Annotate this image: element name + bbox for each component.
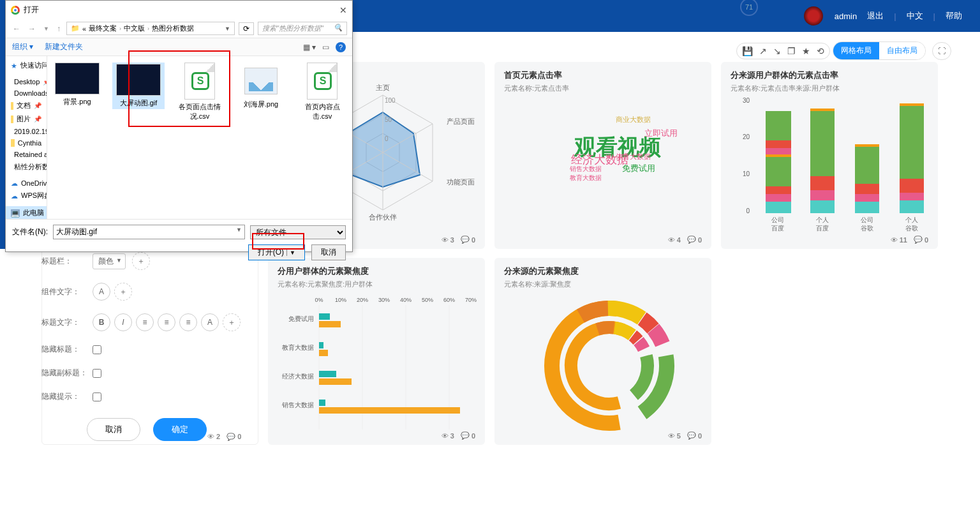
- italic-icon[interactable]: I: [114, 313, 132, 331]
- comments-icon: 💬 0: [687, 236, 702, 244]
- svg-text:经济大数据: 经济大数据: [282, 373, 314, 380]
- ok-button[interactable]: 确定: [153, 418, 207, 441]
- svg-rect-81: [319, 400, 325, 406]
- tree-item[interactable]: Cynthia: [6, 137, 47, 149]
- svg-text:个人: 个人: [905, 216, 918, 223]
- star-icon[interactable]: ★: [802, 46, 810, 56]
- wordcloud-word: 体育大数据: [616, 152, 651, 161]
- stacked-bar-chart: 30 20 10 0 公司百度 个人百度 公司谷歌 个人谷歌: [731, 93, 935, 234]
- breadcrumb[interactable]: 📁« 最终文案› 中文版› 热图分析数据 ▼: [66, 22, 235, 35]
- hide-title-checkbox[interactable]: [93, 345, 101, 354]
- svg-text:60%: 60%: [443, 297, 455, 303]
- folder-tree: ★快速访问Desktop📌Downloads📌文档📌图片📌2019.02.19C…: [6, 56, 47, 219]
- widget-text-label: 组件文字：: [41, 287, 93, 297]
- card-title: 分来源用户群体的元素点击率: [731, 70, 928, 81]
- close-icon[interactable]: ✕: [339, 5, 347, 15]
- svg-rect-79: [319, 371, 336, 377]
- newfolder-button[interactable]: 新建文件夹: [45, 41, 83, 52]
- nav-up-icon[interactable]: ↑: [55, 24, 63, 33]
- filetype-select[interactable]: 所有文件: [250, 225, 346, 239]
- dashboard-toolbar: 💾 ↗ ↘ ❐ ★ ⟲ 网格布局 自由布局 ⛶: [736, 41, 951, 60]
- svg-rect-43: [855, 184, 879, 194]
- svg-text:50: 50: [385, 116, 392, 123]
- notification-badge[interactable]: 71: [740, 0, 758, 16]
- svg-text:谷歌: 谷歌: [861, 225, 873, 232]
- svg-rect-38: [810, 176, 835, 190]
- tree-item[interactable]: 文档📌: [6, 99, 47, 112]
- nav-back-icon[interactable]: ←: [11, 24, 22, 33]
- svg-rect-32: [766, 194, 790, 202]
- help-link[interactable]: 帮助: [946, 10, 962, 22]
- logout-link[interactable]: 退出: [867, 10, 884, 22]
- svg-rect-45: [855, 144, 879, 147]
- wordcloud-word: 免费试用: [622, 163, 655, 174]
- dialog-cmdbar: 组织 ▾ 新建文件夹 ▦ ▾ ▭ ?: [6, 38, 352, 56]
- align-center-icon[interactable]: ≡: [158, 313, 175, 331]
- refresh-icon[interactable]: ⟳: [239, 22, 254, 35]
- tree-item[interactable]: 💻此电脑: [6, 206, 47, 219]
- grouped-bar-card: 分用户群体的元素聚焦度 元素名称:元素聚焦度:用户群体 0%10%20%30%4…: [268, 258, 485, 445]
- open-button[interactable]: 打开(O)▼: [248, 244, 305, 260]
- donut-card: 分来源的元素聚焦度 元素名称:来源:聚焦度 👁 5💬 0: [494, 258, 711, 445]
- help-icon[interactable]: ?: [336, 42, 346, 52]
- hide-subtitle-checkbox[interactable]: [93, 369, 101, 378]
- hide-hint-checkbox[interactable]: [93, 393, 101, 401]
- tree-item[interactable]: ☁OneDrive: [6, 177, 47, 189]
- refresh-icon[interactable]: ⟲: [817, 46, 824, 56]
- tree-item[interactable]: 粘性分析数据: [6, 160, 47, 174]
- export-icon[interactable]: ↗: [759, 46, 767, 56]
- cancel-button[interactable]: 取消: [87, 418, 140, 441]
- file-item[interactable]: 大屏动图.gif: [112, 63, 165, 109]
- add-style-icon[interactable]: ＋: [114, 283, 132, 301]
- tree-item[interactable]: Retained analy: [6, 149, 47, 160]
- nav-fwd-icon[interactable]: →: [26, 24, 38, 33]
- svg-rect-23: [766, 140, 791, 148]
- tree-item[interactable]: 图片📌: [6, 112, 47, 126]
- file-item[interactable]: 背景.png: [51, 63, 103, 107]
- add-style-icon[interactable]: ＋: [223, 313, 241, 331]
- view-icon[interactable]: ▦ ▾: [303, 43, 316, 52]
- language-link[interactable]: 中文: [907, 10, 923, 22]
- fullscreen-icon[interactable]: ⛶: [932, 42, 951, 60]
- nav-history-icon[interactable]: ▼: [41, 26, 51, 32]
- tree-item[interactable]: ★快速访问: [6, 59, 47, 72]
- svg-text:40%: 40%: [400, 297, 412, 303]
- svg-rect-82: [319, 407, 460, 414]
- copy-icon[interactable]: ❐: [787, 46, 796, 56]
- file-item[interactable]: S首页内容点击.csv: [296, 63, 348, 121]
- svg-rect-48: [900, 179, 924, 193]
- layout-toggle: 网格布局 自由布局: [833, 41, 926, 60]
- bold-icon[interactable]: B: [93, 313, 110, 331]
- layout-free-button[interactable]: 自由布局: [879, 42, 925, 59]
- dialog-bottom: 文件名(N): 大屏动图.gif▼ 所有文件 打开(O)▼ 取消: [6, 219, 352, 266]
- file-item[interactable]: S各页面点击情况.csv: [174, 63, 226, 121]
- align-right-icon[interactable]: ≡: [179, 313, 197, 331]
- svg-rect-33: [766, 186, 790, 194]
- svg-rect-47: [900, 193, 924, 200]
- tree-item[interactable]: ☁WPS网盘: [6, 189, 47, 202]
- filename-input[interactable]: 大屏动图.gif▼: [53, 225, 245, 239]
- align-left-icon[interactable]: ≡: [136, 313, 154, 331]
- organize-button[interactable]: 组织 ▾: [12, 41, 33, 52]
- tree-item[interactable]: Downloads📌: [6, 87, 47, 99]
- save-icon[interactable]: 💾: [742, 46, 753, 56]
- card-title: 分用户群体的元素聚焦度: [278, 266, 475, 277]
- font-icon[interactable]: A: [93, 283, 110, 301]
- svg-rect-76: [319, 321, 341, 327]
- tree-item[interactable]: 2019.02.19: [6, 126, 47, 137]
- file-item[interactable]: 刘海屏.png: [235, 63, 287, 109]
- cancel-button[interactable]: 取消: [311, 244, 346, 260]
- search-input[interactable]: 搜索"热图分析数据" 🔍: [258, 22, 347, 35]
- svg-text:10: 10: [743, 170, 750, 177]
- svg-text:个人: 个人: [816, 216, 829, 223]
- tree-item[interactable]: Desktop📌: [6, 76, 47, 87]
- file-open-dialog: 打开 ✕ ← → ▼ ↑ 📁« 最终文案› 中文版› 热图分析数据 ▼ ⟳ 搜索…: [5, 0, 353, 252]
- comments-icon: 💬 0: [687, 431, 702, 440]
- layout-grid-button[interactable]: 网格布局: [833, 42, 879, 59]
- svg-rect-39: [810, 111, 835, 176]
- import-icon[interactable]: ↘: [773, 46, 781, 56]
- avatar[interactable]: [804, 6, 823, 26]
- font-icon[interactable]: A: [201, 313, 219, 331]
- svg-text:0: 0: [746, 207, 750, 214]
- preview-icon[interactable]: ▭: [322, 43, 329, 52]
